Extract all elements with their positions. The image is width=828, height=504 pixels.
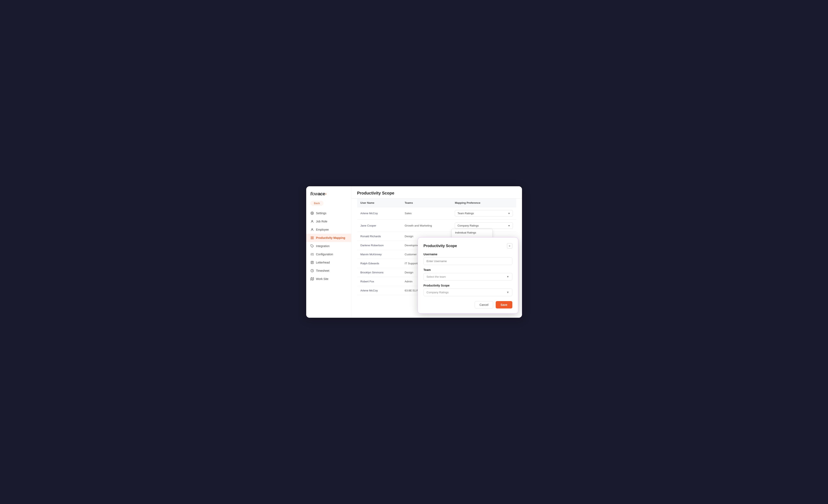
gear-icon bbox=[310, 211, 314, 215]
sidebar-nav: Settings Job Role Employee Productivity … bbox=[306, 209, 351, 283]
map-icon bbox=[310, 277, 314, 281]
table-row: Jane CooperGrowth and MarketingCompany R… bbox=[357, 220, 516, 232]
app-logo: flowace› bbox=[310, 191, 347, 196]
cell-user-name: Marvin McKinney bbox=[357, 250, 401, 259]
svg-marker-22 bbox=[310, 277, 314, 280]
cell-team: Growth and Marketing bbox=[401, 220, 452, 232]
modal-dialog: Productivity Scope × Username Team Selec… bbox=[418, 237, 518, 314]
sidebar-item-configuration[interactable]: Configuration bbox=[306, 250, 351, 258]
cell-user-name: Arlene McCoy bbox=[357, 286, 401, 295]
username-group: Username bbox=[423, 253, 512, 265]
page-header: Productivity Scope bbox=[351, 186, 522, 198]
chevron-down-icon: ▼ bbox=[508, 212, 510, 215]
sidebar: flowace› Back Settings Job Role bbox=[306, 186, 351, 318]
team-select-value: Select the team bbox=[427, 275, 446, 278]
team-select[interactable]: Select the team ▼ bbox=[423, 273, 512, 281]
username-input[interactable] bbox=[423, 257, 512, 265]
dropdown-option[interactable]: Individual Ratings bbox=[452, 229, 492, 236]
person-icon bbox=[310, 228, 314, 231]
modal-title: Productivity Scope bbox=[423, 244, 457, 248]
scope-select[interactable]: Company Ratings ▼ bbox=[423, 288, 512, 296]
svg-rect-4 bbox=[313, 237, 314, 238]
sidebar-item-productivity-mapping[interactable]: Productivity Mapping bbox=[306, 234, 351, 242]
cell-user-name: Ronald Richards bbox=[357, 232, 401, 241]
cell-user-name: Ralph Edwards bbox=[357, 259, 401, 268]
col-header-teams: Teams bbox=[401, 198, 452, 207]
sidebar-item-integration-label: Integration bbox=[316, 244, 330, 248]
svg-point-1 bbox=[312, 220, 313, 221]
logo-area: flowace› bbox=[306, 191, 351, 201]
sidebar-item-timesheet[interactable]: Timesheet bbox=[306, 267, 351, 275]
sidebar-item-employee-label: Employee bbox=[316, 228, 329, 231]
briefcase-icon bbox=[310, 220, 314, 223]
svg-rect-3 bbox=[311, 237, 312, 238]
svg-point-0 bbox=[312, 213, 313, 214]
cell-user-name: Arlene McCoy bbox=[357, 207, 401, 220]
modal-footer: Cancel Save bbox=[423, 301, 512, 309]
username-label: Username bbox=[423, 253, 512, 256]
logo-arrow: › bbox=[325, 191, 327, 196]
cell-user-name: Brooklyn Simmons bbox=[357, 268, 401, 277]
team-label: Team bbox=[423, 268, 512, 272]
puzzle-icon bbox=[310, 244, 314, 248]
cell-mapping: Team Ratings▼ bbox=[452, 207, 516, 220]
sidebar-item-letterhead-label: Letterhead bbox=[316, 261, 330, 264]
cell-user-name: Darlene Robertson bbox=[357, 241, 401, 250]
back-button[interactable]: Back bbox=[310, 201, 324, 206]
page-title: Productivity Scope bbox=[357, 191, 516, 195]
team-chevron-icon: ▼ bbox=[506, 275, 509, 278]
scope-chevron-icon: ▼ bbox=[506, 291, 509, 294]
sidebar-item-letterhead[interactable]: Letterhead bbox=[306, 258, 351, 267]
mapping-value: Team Ratings bbox=[457, 212, 474, 215]
sidebar-item-configuration-label: Configuration bbox=[316, 253, 333, 256]
cell-team: Sales bbox=[401, 207, 452, 220]
sliders-icon bbox=[310, 253, 314, 256]
doc-icon bbox=[310, 261, 314, 264]
grid-icon bbox=[310, 236, 314, 240]
cell-user-name: Jane Cooper bbox=[357, 220, 401, 232]
save-button[interactable]: Save bbox=[496, 301, 512, 309]
svg-point-2 bbox=[312, 229, 313, 230]
sidebar-item-job-role-label: Job Role bbox=[316, 220, 327, 223]
sidebar-item-integration[interactable]: Integration bbox=[306, 242, 351, 250]
svg-rect-6 bbox=[313, 238, 314, 239]
team-group: Team Select the team ▼ bbox=[423, 268, 512, 281]
mapping-value: Company Ratings bbox=[457, 224, 479, 227]
scope-select-value: Company Ratings bbox=[427, 291, 449, 294]
logo-flow: flow bbox=[310, 191, 318, 196]
mapping-preference-select[interactable]: Team Ratings▼ bbox=[455, 210, 513, 217]
table-row: Arlene McCoySalesTeam Ratings▼ bbox=[357, 207, 516, 220]
scope-group: Productivity Scope Company Ratings ▼ bbox=[423, 284, 512, 296]
clock-icon bbox=[310, 269, 314, 273]
col-header-mapping: Mapping Preference bbox=[452, 198, 516, 207]
svg-rect-5 bbox=[311, 238, 312, 239]
mapping-preference-select[interactable]: Company Ratings▼ bbox=[455, 222, 513, 229]
cell-mapping: Company Ratings▼Individual RatingsTeam R… bbox=[452, 220, 516, 232]
sidebar-item-work-site-label: Work Site bbox=[316, 277, 328, 281]
scope-label: Productivity Scope bbox=[423, 284, 512, 287]
sidebar-item-work-site[interactable]: Work Site bbox=[306, 275, 351, 283]
cancel-button[interactable]: Cancel bbox=[475, 301, 493, 309]
modal-header: Productivity Scope × bbox=[423, 243, 512, 248]
chevron-down-icon: ▼ bbox=[508, 225, 510, 227]
sidebar-item-settings[interactable]: Settings bbox=[306, 209, 351, 217]
sidebar-item-employee[interactable]: Employee bbox=[306, 226, 351, 234]
col-header-username: User Name bbox=[357, 198, 401, 207]
sidebar-item-job-role[interactable]: Job Role bbox=[306, 217, 351, 226]
modal-close-button[interactable]: × bbox=[507, 243, 512, 248]
sidebar-item-settings-label: Settings bbox=[316, 212, 327, 215]
sidebar-item-productivity-mapping-label: Productivity Mapping bbox=[316, 236, 345, 239]
logo-ace: ace bbox=[318, 191, 325, 196]
cell-user-name: Robert Fox bbox=[357, 277, 401, 286]
sidebar-item-timesheet-label: Timesheet bbox=[316, 269, 329, 272]
